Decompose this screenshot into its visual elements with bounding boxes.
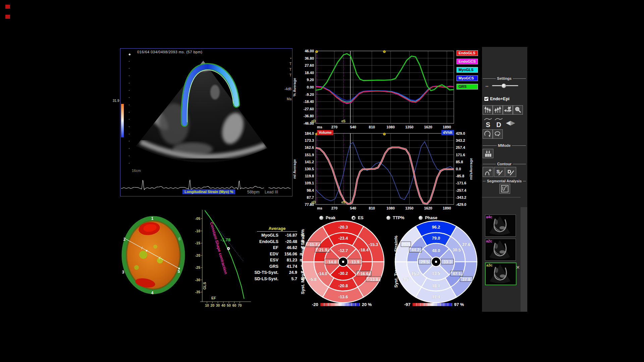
radio-Phase[interactable]: Phase bbox=[419, 216, 437, 220]
svg-text:540: 540 bbox=[350, 125, 356, 129]
strain-curves-chart[interactable]: 46.0036.8027.6018.409.200.00-9.20-18.40-… bbox=[291, 47, 482, 131]
svg-text:GLS: GLS bbox=[203, 282, 207, 290]
svg-text:0.00: 0.00 bbox=[307, 85, 314, 89]
legend-chip-EndoGCS[interactable]: EndoGCS bbox=[457, 59, 478, 64]
svg-text:270: 270 bbox=[331, 125, 337, 129]
volume-curve-chart[interactable]: 184.0429.0173.3343.2162.6257.4151.9171.6… bbox=[291, 129, 482, 212]
strain-surface-3d[interactable]: 123456 bbox=[116, 215, 190, 297]
next-frame-icon[interactable]: ▶ bbox=[511, 120, 515, 126]
close-icon[interactable]: × bbox=[516, 264, 520, 271]
blue-scale: -97 97 % bbox=[404, 302, 464, 307]
radio-icon[interactable] bbox=[319, 216, 323, 220]
svg-text:1620: 1620 bbox=[424, 206, 432, 210]
contour-adjust-button[interactable] bbox=[493, 129, 503, 139]
contour-edit-diastole-button[interactable]: D bbox=[505, 167, 516, 177]
zoom-button[interactable] bbox=[513, 105, 523, 115]
beat-marker bbox=[316, 51, 318, 53]
radio-label: ES bbox=[358, 216, 364, 220]
transverse-strain-bullseye: 96.227.637.817.43.59.279.030.547.118.115… bbox=[394, 220, 478, 304]
svg-text:0.0: 0.0 bbox=[456, 167, 461, 171]
thumbnail-label: a3c bbox=[486, 263, 492, 267]
lasso-icon bbox=[494, 130, 501, 138]
legend-chip-EndoGLS[interactable]: EndoGLS bbox=[457, 50, 478, 56]
radio-icon[interactable] bbox=[352, 216, 356, 220]
radio-icon[interactable] bbox=[419, 216, 423, 220]
svg-text:-5.8: -5.8 bbox=[309, 277, 317, 282]
gain-label: -4dB bbox=[284, 86, 291, 92]
segmental-analysis-button[interactable] bbox=[499, 184, 510, 194]
endo-epi-checkbox[interactable]: Endo+Epi bbox=[482, 97, 521, 101]
segment-number: 5 bbox=[178, 269, 180, 274]
table-row: MyoGLS-16.87% bbox=[252, 232, 306, 239]
checkbox-icon[interactable] bbox=[484, 97, 489, 101]
thumbnail-a4c[interactable]: a4c bbox=[485, 215, 516, 237]
svg-text:-27.60: -27.60 bbox=[304, 107, 314, 111]
sidebar-strip bbox=[521, 207, 527, 312]
frame-step-buttons[interactable]: ◀▶ bbox=[506, 119, 515, 126]
ef-gls-chart: -05-10-15-20-25-30-3510203040506070GLSEF… bbox=[195, 205, 258, 309]
radio-Peak[interactable]: Peak bbox=[319, 216, 335, 220]
systole-marker-button[interactable]: S bbox=[484, 116, 492, 127]
svg-text:17.4: 17.4 bbox=[432, 295, 440, 299]
thumbnail-a2c[interactable]: a2c bbox=[485, 239, 516, 261]
prev-frame-icon[interactable]: ◀ bbox=[506, 120, 511, 126]
table-row: EF46.62% bbox=[252, 245, 306, 251]
average-results-table: Average MyoGLS-16.87%EndoGLS-20.48%EF46.… bbox=[252, 226, 306, 282]
svg-text:ml/sAverage: ml/sAverage bbox=[469, 158, 473, 180]
svg-text:810: 810 bbox=[369, 125, 375, 129]
slider-knob[interactable] bbox=[501, 83, 506, 88]
svg-text:27.60: 27.60 bbox=[305, 63, 314, 67]
svg-text:-20.8: -20.8 bbox=[338, 284, 348, 288]
contour-add-button[interactable] bbox=[483, 167, 493, 177]
bullseye-center-marker bbox=[435, 261, 437, 263]
svg-text:-30: -30 bbox=[195, 278, 200, 282]
scale-max: 20 % bbox=[362, 302, 372, 307]
ultrasound-viewport[interactable]: 016/64 034/0498/2093 ms. (57 bpm) vTTT -… bbox=[120, 48, 292, 196]
mmode-button[interactable] bbox=[483, 149, 493, 158]
rotate-view-button[interactable] bbox=[483, 129, 493, 139]
legend-chip-MyoGCS[interactable]: MyoGCS bbox=[457, 75, 478, 81]
settings-sidebar: Settings ↔ Endo+Epi S D ◀▶ MMode bbox=[482, 47, 527, 312]
svg-text:130.5: 130.5 bbox=[305, 167, 314, 171]
slider-track[interactable] bbox=[492, 85, 518, 86]
svg-text:-23.4: -23.4 bbox=[338, 236, 348, 241]
volume-chip: Volume bbox=[317, 130, 333, 135]
scale-up-button[interactable] bbox=[483, 105, 493, 115]
legend-chip-GRS[interactable]: GRS bbox=[457, 84, 478, 89]
svg-text:ml Average: ml Average bbox=[292, 159, 297, 179]
svg-text:162.6: 162.6 bbox=[305, 145, 314, 149]
svg-text:1080: 1080 bbox=[386, 125, 394, 129]
table-row: ESV81.23ml bbox=[252, 257, 306, 263]
svg-text:-429.0: -429.0 bbox=[456, 202, 466, 206]
radio-ES[interactable]: ES bbox=[352, 216, 364, 220]
scale-down-button[interactable] bbox=[493, 105, 503, 115]
arrows-tall-icon bbox=[484, 106, 491, 114]
heart-rate-label: 58bpm bbox=[247, 190, 260, 194]
svg-text:85.8: 85.8 bbox=[456, 160, 463, 164]
application-window: { "indicators": {"rec_top": "", "rec_bot… bbox=[0, 0, 644, 362]
svg-text:15.2: 15.2 bbox=[411, 272, 419, 276]
curve-icon bbox=[484, 118, 492, 121]
contour-header: Contour bbox=[483, 162, 526, 166]
series-EndoGLS bbox=[316, 86, 454, 103]
frame-info: 016/64 034/0498/2093 ms. (57 bpm) bbox=[137, 50, 202, 54]
scale-min: -97 bbox=[404, 302, 411, 307]
mmode-header: MMode bbox=[483, 143, 526, 147]
svg-text:96.2: 96.2 bbox=[432, 225, 440, 230]
radio-icon[interactable] bbox=[386, 216, 390, 220]
svg-text:270: 270 bbox=[331, 206, 337, 210]
smoothing-slider[interactable]: ↔ bbox=[482, 83, 521, 88]
series-MyoGLS bbox=[316, 86, 454, 102]
svg-text:50: 50 bbox=[227, 303, 231, 307]
pan-button[interactable] bbox=[503, 105, 513, 115]
svg-text:184.0: 184.0 bbox=[305, 131, 314, 135]
svg-text:-36.80: -36.80 bbox=[304, 114, 314, 118]
diastole-marker-button[interactable]: D bbox=[495, 116, 503, 127]
svg-text:eD: eD bbox=[311, 200, 316, 204]
thumbnail-a3c[interactable]: a3c bbox=[485, 262, 517, 285]
thumbnail-label: a4c bbox=[486, 215, 492, 219]
record-indicator bbox=[5, 15, 10, 19]
legend-chip-MyoGLS[interactable]: MyoGLS bbox=[457, 67, 478, 73]
svg-text:-35: -35 bbox=[195, 290, 200, 294]
contour-edit-systole-button[interactable]: S bbox=[494, 167, 505, 177]
